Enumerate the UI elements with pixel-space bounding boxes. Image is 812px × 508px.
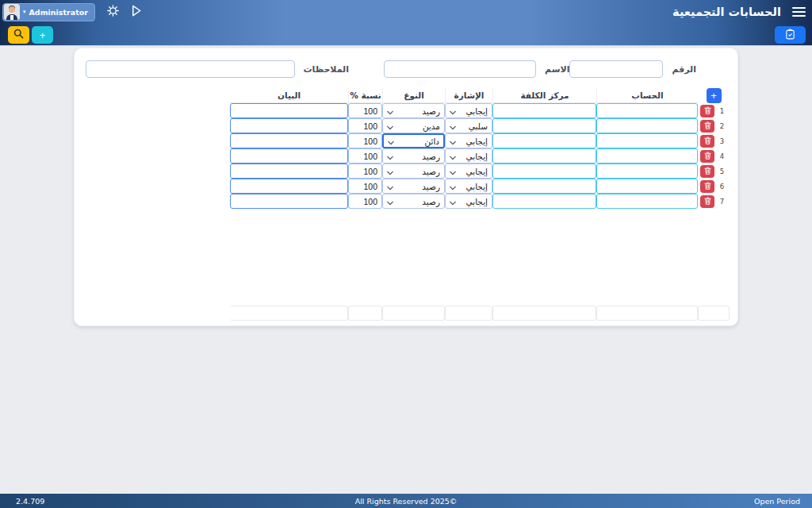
notes-input[interactable] [86,60,295,78]
user-menu[interactable]: ▾ Administrator [2,3,95,21]
trash-icon [704,135,711,147]
row-number: 4 [714,152,730,160]
sign-select[interactable]: إيجابي [445,194,492,209]
row-number: 2 [714,122,730,130]
chevron-down-icon [387,103,393,118]
name-input[interactable] [384,60,536,78]
percentage-input[interactable] [348,179,382,194]
sign-select[interactable]: إيجابي [445,133,492,148]
type-select[interactable]: رصيد [382,148,445,164]
account-input[interactable] [596,103,698,118]
type-select[interactable]: دائن [382,133,445,148]
cost-center-input[interactable] [492,164,596,179]
add-button[interactable]: + [32,26,53,44]
period-status: Open Period [622,497,812,506]
type-select[interactable]: رصيد [382,179,445,194]
cost-center-input[interactable] [492,148,596,164]
hamburger-menu-icon[interactable] [792,7,806,17]
title-bar: ▾ Administrator [0,0,812,24]
account-input[interactable] [596,194,698,209]
accounts-table: + الحساب مركز الكلفة الإشارة النوع نسبة … [230,88,730,209]
sign-select[interactable]: إيجابي [445,164,492,179]
account-input[interactable] [596,179,698,194]
percentage-input[interactable] [348,148,382,164]
percentage-input[interactable] [348,164,382,179]
trash-icon [704,150,711,162]
delete-row-button[interactable] [700,195,714,208]
table-body: 1 إيجابي رصيد [230,103,730,209]
notes-label: الملاحظات [304,64,349,75]
sign-select[interactable]: سلبي [445,118,492,133]
copyright-label: All Rights Reserved 2025© [190,497,622,506]
table-row: 7 إيجابي رصيد [230,194,730,209]
account-input[interactable] [596,133,698,148]
cost-center-input[interactable] [492,179,596,194]
statement-input[interactable] [230,118,348,133]
chevron-down-icon [387,179,393,194]
search-button[interactable] [8,26,29,44]
table-row: 3 إيجابي دائن [230,133,730,148]
statement-input[interactable] [230,148,348,164]
row-number: 7 [714,198,730,206]
cost-center-input[interactable] [492,118,596,133]
chevron-down-icon [387,194,393,209]
percentage-input[interactable] [348,133,382,148]
sign-select[interactable]: إيجابي [445,179,492,194]
number-input[interactable] [569,60,663,78]
delete-row-button[interactable] [700,165,714,178]
delete-row-button[interactable] [700,120,714,133]
cost-center-input[interactable] [492,133,596,148]
version-label: 2.4.709 [0,497,190,506]
type-select[interactable]: رصيد [382,103,445,118]
column-header-type: النوع [382,88,445,103]
chevron-down-icon [450,194,456,209]
column-header-percentage: نسبة % [348,88,382,103]
app-header: ▾ Administrator [0,0,812,46]
statement-input[interactable] [230,164,348,179]
statement-input[interactable] [230,179,348,194]
statement-input[interactable] [230,194,348,209]
chevron-down-icon [450,133,456,148]
account-input[interactable] [596,118,698,133]
delete-row-button[interactable] [700,180,714,193]
chevron-down-icon [450,148,456,164]
save-document-button[interactable] [775,26,806,44]
statement-input[interactable] [230,103,348,118]
account-input[interactable] [596,164,698,179]
column-header-sign: الإشارة [445,88,492,103]
delete-row-button[interactable] [700,105,714,117]
percentage-input[interactable] [348,103,382,118]
account-input[interactable] [596,148,698,164]
row-number: 1 [714,107,730,115]
status-bar: 2.4.709 All Rights Reserved 2025© Open P… [0,494,812,508]
trash-icon [704,180,711,192]
type-select[interactable]: رصيد [382,194,445,209]
column-header-cost-center: مركز الكلفة [492,88,596,103]
column-header-statement: البيان [230,88,348,103]
chevron-down-icon [387,164,393,179]
table-footer-row [230,306,730,321]
table-row: 5 إيجابي رصيد [230,164,730,179]
chevron-down-icon [387,148,393,164]
chevron-down-icon [387,118,393,133]
add-row-button[interactable]: + [707,88,722,103]
user-avatar [4,4,20,20]
sign-select[interactable]: إيجابي [445,103,492,118]
settings-button[interactable] [106,4,120,20]
percentage-input[interactable] [348,118,382,133]
delete-row-button[interactable] [700,135,714,148]
percentage-input[interactable] [348,194,382,209]
type-select[interactable]: مدين [382,118,445,133]
cost-center-input[interactable] [492,194,596,209]
run-button[interactable] [131,5,142,19]
search-icon [13,29,24,41]
play-icon [131,5,142,19]
delete-row-button[interactable] [700,150,714,163]
type-select[interactable]: رصيد [382,164,445,179]
user-name: Administrator [29,8,88,17]
plus-icon: + [40,29,46,41]
column-header-account: الحساب [596,88,698,103]
sign-select[interactable]: إيجابي [445,148,492,164]
statement-input[interactable] [230,133,348,148]
cost-center-input[interactable] [492,103,596,118]
